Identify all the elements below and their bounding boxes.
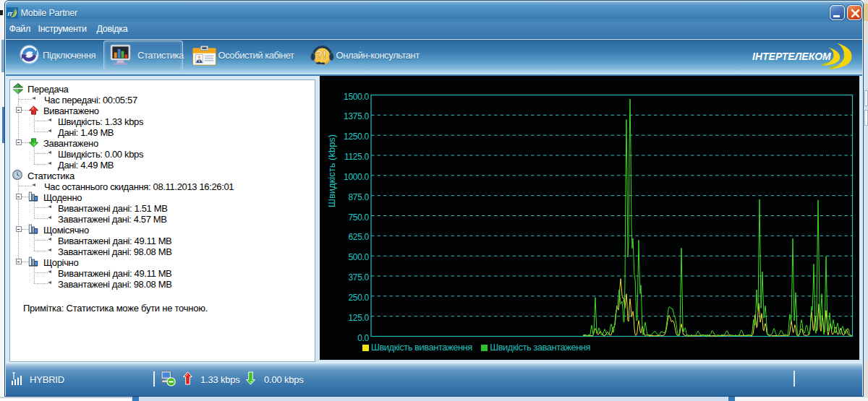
svg-text:?!: ?!	[315, 48, 326, 61]
svg-text:ІНТЕРТЕЛЕКОМ: ІНТЕРТЕЛЕКОМ	[752, 51, 831, 62]
